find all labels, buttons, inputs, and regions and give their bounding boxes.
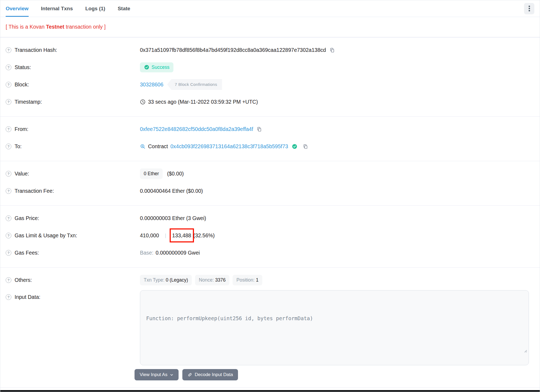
input-function-line: Function: performUpkeep(uint256 id, byte… [146, 314, 523, 323]
testnet-notice-prefix: [ This is a Kovan [6, 24, 46, 30]
tab-bar: Overview Internal Txns Logs (1) State [0, 0, 540, 17]
copy-icon [329, 47, 335, 53]
decode-input-data-label: Decode Input Data [195, 372, 233, 377]
decode-input-data-button[interactable]: Decode Input Data [182, 369, 238, 380]
clock-icon [140, 99, 146, 105]
status-badge: Success [140, 62, 173, 72]
more-options-button[interactable] [524, 3, 534, 14]
help-icon[interactable] [6, 126, 11, 132]
row-gas-limit-usage: Gas Limit & Usage by Txn: 410,000 | 133,… [0, 227, 540, 244]
others-label: Others: [15, 277, 32, 283]
txn-type-badge-label: Txn Type: [144, 277, 166, 283]
gas-limit-value: 410,000 [140, 232, 159, 239]
row-block: Block: 30328606 7 Block Confirmations [0, 76, 540, 93]
gas-separator: | [165, 233, 166, 238]
to-contract-word: Contract [148, 143, 168, 150]
help-icon[interactable] [6, 99, 11, 105]
magnifier-plus-icon[interactable] [140, 144, 146, 149]
copy-hash-button[interactable] [329, 47, 335, 53]
help-icon[interactable] [6, 144, 11, 149]
others-label-group: Others: [6, 277, 140, 283]
value-label-group: Value: [6, 171, 140, 177]
block-label: Block: [15, 82, 29, 88]
section-gas: Gas Price: 0.000000003 Ether (3 Gwei) Ga… [0, 205, 540, 267]
from-address-link[interactable]: 0xfee7522e8482682cf50ddc50a0f8da2a39effa… [140, 126, 253, 132]
input-data-label-group: Input Data: [6, 290, 140, 300]
ether-value-badge: 0 Ether [140, 168, 163, 179]
copy-from-address-button[interactable] [256, 126, 262, 132]
to-label-group: To: [6, 143, 140, 150]
help-icon[interactable] [6, 233, 11, 238]
help-icon[interactable] [6, 250, 11, 256]
gas-used-wrap: 133,488 [172, 232, 191, 239]
input-data-box[interactable]: Function: performUpkeep(uint256 id, byte… [140, 290, 529, 365]
gas-fees-label-group: Gas Fees: [6, 250, 140, 256]
gas-used-percent: (32.56%) [193, 232, 215, 239]
transaction-fee-label: Transaction Fee: [15, 188, 54, 194]
testnet-notice-bold: Testnet [46, 24, 64, 30]
value-label: Value: [15, 171, 29, 177]
row-to: To: Contract 0x4cb093f226983713164a62138… [0, 138, 540, 155]
decode-icon [187, 372, 192, 377]
tab-logs[interactable]: Logs (1) [85, 0, 105, 17]
testnet-notice: [ This is a Kovan Testnet transaction on… [0, 17, 540, 37]
input-methodid-line: MethodID: 0x7bbaf1ea [146, 364, 523, 365]
gas-used-value: 133,488 [172, 232, 191, 238]
section-value-fee: Value: 0 Ether ($0.00) Transaction Fee: … [0, 161, 540, 205]
transaction-fee-label-group: Transaction Fee: [6, 188, 140, 194]
tab-state[interactable]: State [118, 0, 130, 17]
copy-to-address-button[interactable] [303, 144, 308, 149]
chevron-down-icon [170, 373, 173, 377]
status-label-group: Status: [6, 64, 140, 70]
nonce-badge: Nonce: 3376 [195, 275, 229, 285]
section-others-input: Others: Txn Type: 0 (Legacy) Nonce: 3376… [0, 267, 540, 387]
help-icon[interactable] [6, 47, 11, 53]
nonce-badge-label: Nonce: [199, 277, 215, 283]
nonce-badge-value: 3376 [215, 277, 226, 283]
view-input-as-button[interactable]: View Input As [135, 369, 179, 380]
section-from-to: From: 0xfee7522e8482682cf50ddc50a0f8da2a… [0, 116, 540, 161]
gas-fees-label: Gas Fees: [15, 250, 39, 256]
help-icon[interactable] [6, 82, 11, 87]
transaction-fee-value: 0.000400464 Ether ($0.00) [140, 188, 203, 194]
row-from: From: 0xfee7522e8482682cf50ddc50a0f8da2a… [0, 120, 540, 138]
row-timestamp: Timestamp: 33 secs ago (Mar-11-2022 03:5… [0, 93, 540, 110]
testnet-notice-suffix: transaction only ] [64, 24, 106, 30]
transaction-hash-value: 0x371a51097fb78df856f8b4a7bd459f192d8cc8… [140, 47, 326, 53]
help-icon[interactable] [6, 65, 11, 70]
block-label-group: Block: [6, 82, 140, 88]
tab-overview[interactable]: Overview [6, 0, 29, 17]
txn-type-badge: Txn Type: 0 (Legacy) [140, 275, 192, 285]
help-icon[interactable] [6, 171, 11, 177]
help-icon[interactable] [6, 188, 11, 194]
verified-check-icon [292, 144, 297, 149]
gas-fees-base-label: Base: [140, 250, 153, 256]
gas-price-label: Gas Price: [15, 215, 39, 221]
help-icon[interactable] [6, 277, 11, 283]
row-input-data: Input Data: Function: performUpkeep(uint… [0, 290, 540, 365]
gas-limit-label-group: Gas Limit & Usage by Txn: [6, 232, 140, 239]
tab-internal-txns[interactable]: Internal Txns [41, 0, 73, 17]
row-gas-price: Gas Price: 0.000000003 Ether (3 Gwei) [0, 209, 540, 227]
input-data-label: Input Data: [15, 294, 40, 300]
transaction-hash-label-group: Transaction Hash: [6, 47, 140, 53]
transaction-hash-label: Transaction Hash: [15, 47, 57, 53]
to-address-link[interactable]: 0x4cb093f226983713164a62138c3f718a5b595f… [170, 143, 288, 150]
row-transaction-fee: Transaction Fee: 0.000400464 Ether ($0.0… [0, 182, 540, 200]
block-confirmations-badge: 7 Block Confirmations [167, 79, 222, 90]
copy-icon [303, 144, 308, 149]
position-badge-label: Position: [236, 277, 256, 283]
bottom-border [0, 390, 540, 392]
position-badge: Position: 1 [233, 275, 262, 285]
view-input-as-label: View Input As [140, 372, 167, 377]
resize-handle[interactable] [492, 338, 527, 363]
row-gas-fees: Gas Fees: Base: 0.000000009 Gwei [0, 244, 540, 261]
timestamp-label-group: Timestamp: [6, 99, 140, 105]
ether-value-usd: ($0.00) [167, 171, 184, 177]
help-icon[interactable] [6, 215, 11, 221]
row-status: Status: Success [0, 59, 540, 76]
txn-type-badge-value: 0 (Legacy) [166, 277, 188, 283]
help-icon[interactable] [6, 294, 11, 300]
block-number-link[interactable]: 30328606 [140, 82, 163, 88]
timestamp-value: 33 secs ago (Mar-11-2022 03:59:32 PM +UT… [148, 99, 258, 105]
